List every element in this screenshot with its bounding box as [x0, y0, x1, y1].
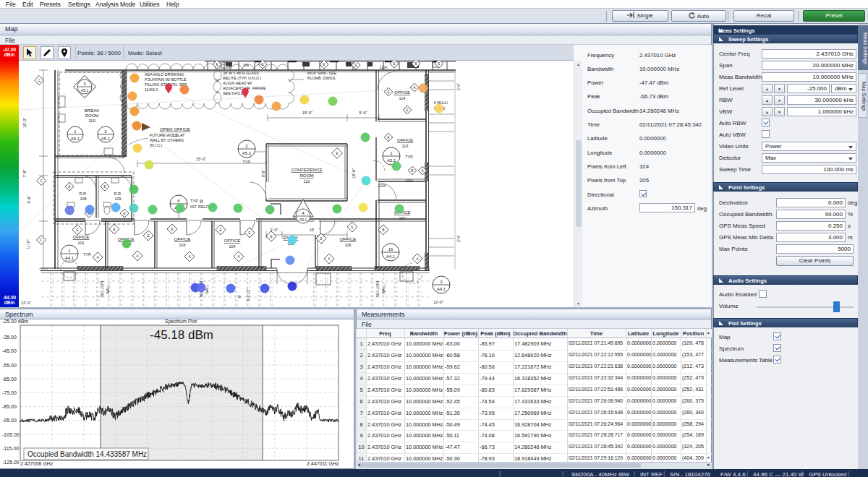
svg-text:E: E: [438, 62, 440, 66]
svg-text:Occupied Bandwidth 14.433587 M: Occupied Bandwidth 14.433587 MHz: [27, 450, 147, 458]
svg-text:-45.18 dBm: -45.18 dBm: [150, 328, 213, 342]
svg-text:B: B: [382, 228, 384, 232]
svg-text:12'-0": 12'-0": [433, 300, 443, 304]
svg-text:E: E: [354, 64, 357, 67]
svg-text:OFFICE: OFFICE: [397, 138, 413, 142]
svg-text:2'-0": 2'-0": [456, 83, 461, 90]
svg-text:OFFICE: OFFICE: [394, 90, 410, 95]
svg-text:5'-6": 5'-6": [359, 111, 367, 115]
svg-text:TYP.: TYP.: [405, 155, 414, 159]
svg-text:107: 107: [399, 216, 405, 220]
svg-text:122A: 122A: [380, 66, 388, 69]
svg-text:E: E: [387, 90, 389, 94]
svg-text:WALL: WALL: [381, 284, 386, 294]
svg-text:16: 16: [388, 247, 393, 252]
svg-text:101A: 101A: [406, 179, 414, 183]
svg-text:A4.1: A4.1: [437, 287, 446, 291]
svg-text:A: A: [421, 169, 423, 173]
svg-text:B: B: [411, 169, 413, 173]
svg-text:A4.1: A4.1: [386, 254, 396, 259]
svg-text:A5.2: A5.2: [387, 158, 396, 163]
svg-text:E: E: [406, 108, 408, 112]
svg-text:MULLION: MULLION: [375, 281, 380, 298]
svg-text:113: 113: [402, 144, 409, 148]
svg-text:123A: 123A: [378, 184, 386, 188]
svg-text:A: A: [416, 257, 418, 261]
svg-text:2'-0": 2'-0": [456, 235, 461, 242]
svg-text:A: A: [413, 86, 415, 90]
svg-text:E: E: [393, 62, 395, 66]
svg-text:B: B: [414, 62, 417, 66]
svg-text:114: 114: [399, 96, 406, 100]
svg-text:E: E: [387, 136, 389, 139]
